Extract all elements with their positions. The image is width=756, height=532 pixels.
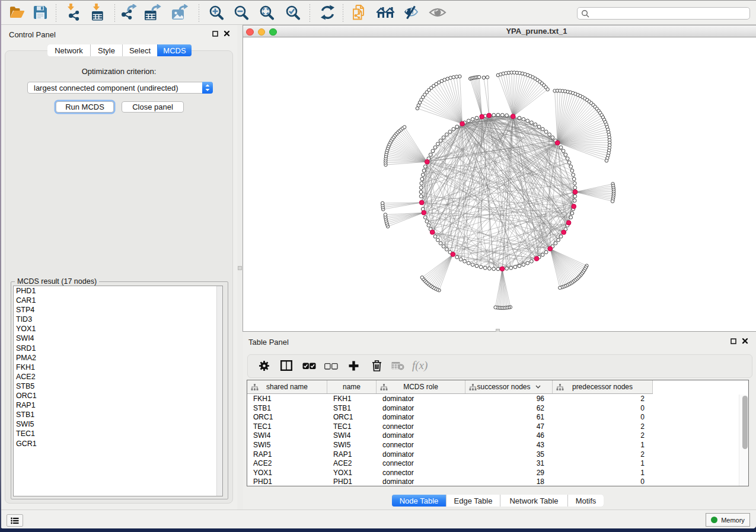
tab-label: Node Table [400,496,439,505]
result-list-scrollbar[interactable] [216,286,222,496]
refresh-button[interactable] [317,4,337,23]
cell-name: PHD1 [327,477,377,487]
zoom-in-button[interactable] [206,4,227,23]
open-file-button[interactable] [7,4,27,23]
export-image-button[interactable] [170,4,190,23]
add-column-button[interactable] [344,358,362,376]
cell-name: STB1 [327,404,377,414]
table-row[interactable]: TEC1TEC1connector472 [247,422,748,432]
table-row[interactable]: STB1STB1dominator620 [247,404,748,414]
close-panel-icon[interactable] [742,336,748,347]
node-table: shared namename MCDS role successor node… [247,380,749,486]
delete-column-button[interactable] [368,358,385,376]
memory-button[interactable]: Memory [706,513,750,527]
close-panel-icon[interactable] [224,28,230,39]
zoom-fit-button[interactable] [257,4,277,23]
function-builder-button[interactable]: f(x) [412,358,430,376]
network-graph[interactable] [243,38,756,332]
tab-network-table[interactable]: Network Table [500,495,567,507]
mcds-result-item[interactable]: STB5 [14,382,222,391]
mcds-result-item[interactable]: GCR1 [14,439,222,448]
mcds-result-item[interactable]: ORC1 [14,391,222,400]
mcds-result-item[interactable]: TID3 [14,315,222,324]
mcds-result-item[interactable]: ACE2 [14,372,222,382]
combobox-spinner-icon[interactable] [202,82,213,94]
mcds-result-list[interactable]: PHD1CAR1STP4TID3YOX1SWI4SRD1PMA2FKH1ACE2… [13,286,223,496]
table-row[interactable]: ORC1ORC1dominator610 [247,413,748,422]
export-network-button[interactable] [120,4,140,23]
show-panel-button[interactable] [277,358,295,376]
network-window-titlebar[interactable]: YPA_prune.txt_1 [243,25,756,37]
mcds-result-item[interactable]: FKH1 [14,363,222,372]
float-panel-icon[interactable] [212,28,218,39]
mcds-result-item[interactable]: STP4 [14,305,222,315]
mcds-result-item[interactable]: PHD1 [14,286,222,296]
show-all-button[interactable] [428,4,448,23]
cell-successor-nodes: 35 [465,450,553,460]
tab-node-table[interactable]: Node Table [392,495,446,507]
cell-MCDS-role: connector [377,459,465,469]
mcds-result-item[interactable]: RAP1 [14,400,222,410]
svg-text:f(x): f(x) [412,359,428,372]
table-row[interactable]: SWI4SWI4dominator462 [247,431,748,441]
table-scrollbar[interactable] [739,395,748,486]
column-header-MCDS-role[interactable]: MCDS role [377,380,465,393]
tab-label: Motifs [576,496,596,505]
mcds-result-item[interactable]: SWI4 [14,334,222,343]
tab-style[interactable]: Style [90,44,122,56]
tab-mcds[interactable]: MCDS [157,44,192,56]
import-table-button[interactable] [87,4,107,23]
clone-network-button[interactable] [350,4,370,23]
table-row[interactable]: ACE2ACE2connector311 [247,459,748,469]
float-panel-icon[interactable] [731,336,736,347]
first-neighbors-button[interactable] [375,4,395,23]
add-column-icon [349,361,359,373]
table-row[interactable]: FKH1FKH1dominator962 [247,395,748,404]
save-session-button[interactable] [30,4,50,23]
close-panel-button[interactable]: Close panel [122,101,184,113]
toolbar-separator [199,4,199,22]
column-header-name[interactable]: name [327,380,377,393]
tab-network[interactable]: Network [47,44,90,56]
select-all-button[interactable] [300,358,318,376]
table-row[interactable]: YOX1YOX1connector291 [247,469,748,478]
cell-successor-nodes: 61 [465,413,553,422]
column-header-predecessor-nodes[interactable]: predecessor nodes [553,380,653,393]
task-history-button[interactable] [7,514,23,527]
mcds-result-item[interactable]: PMA2 [14,353,222,363]
table-row[interactable]: PHD1PHD1dominator180 [247,477,748,487]
zoom-selected-button[interactable] [283,4,303,23]
column-header-shared-name[interactable]: shared name [247,380,327,393]
tab-edge-table[interactable]: Edge Table [446,495,500,507]
table-scrollbar-thumb[interactable] [742,396,748,449]
vertical-splitter-handle[interactable] [238,266,242,270]
zoom-out-button[interactable] [231,4,251,23]
search-input[interactable] [577,7,750,20]
delete-table-button[interactable] [389,358,407,376]
table-row[interactable]: RAP1RAP1dominator352 [247,450,748,460]
column-header-successor-nodes[interactable]: successor nodes [465,380,553,393]
delete-column-icon [372,360,382,374]
criterion-combobox[interactable]: largest connected component (undirected) [27,82,213,94]
network-canvas[interactable] [243,38,756,331]
tab-label: Network [55,46,83,55]
cell-shared-name: STB1 [247,404,327,414]
import-network-button[interactable] [63,4,84,23]
run-mcds-button[interactable]: Run MCDS [56,101,114,113]
mcds-result-item[interactable]: SRD1 [14,344,222,353]
hide-selected-button[interactable] [401,4,421,23]
tab-motifs[interactable]: Motifs [567,495,604,507]
mcds-result-item[interactable]: CAR1 [14,296,222,305]
open-file-icon [9,5,25,23]
cell-successor-nodes: 47 [465,422,553,432]
export-table-button[interactable] [143,4,164,23]
mcds-result-item[interactable]: STB1 [14,410,222,419]
table-options-button[interactable] [255,358,273,376]
mcds-result-item[interactable]: TEC1 [14,429,222,438]
mcds-result-item[interactable]: SWI5 [14,419,222,429]
table-row[interactable]: SWI5SWI5connector431 [247,441,748,450]
cell-predecessor-nodes: 2 [553,450,653,460]
tab-select[interactable]: Select [122,44,157,56]
deselect-all-button[interactable] [322,358,340,376]
mcds-result-item[interactable]: YOX1 [14,324,222,334]
